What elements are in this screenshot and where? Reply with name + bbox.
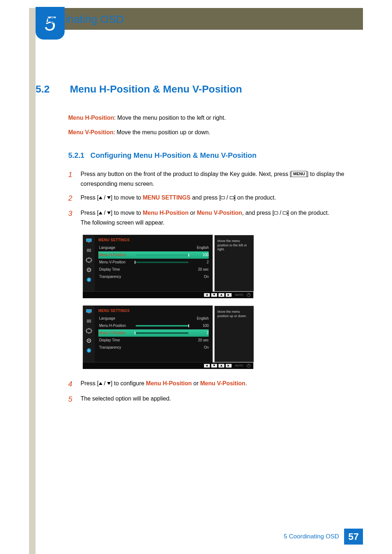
step-text: , and press [ (242, 210, 274, 216)
osd-tooltip: Move the menu position up or down. (215, 306, 254, 362)
osd-screenshot-2: i MENU SETTINGS LanguageEnglish Menu H-P… (83, 305, 363, 369)
step-text: Press [ (81, 194, 99, 201)
up-arrow-icon (219, 364, 224, 368)
step-text: The selected option will be applied. (81, 393, 363, 405)
step-number: 4 (68, 378, 81, 390)
osd-heading: MENU SETTINGS (98, 309, 209, 313)
osd-row-display-time: Display Time20 sec (98, 266, 209, 273)
svg-rect-10 (86, 309, 91, 312)
osd-row-v-position-selected: Menu V-Position2 (98, 329, 209, 337)
svg-rect-4 (87, 251, 91, 252)
step-5: 5 The selected option will be applied. (68, 393, 363, 405)
steps-list: 1 Press any button on the front of the p… (68, 168, 363, 227)
osd-tooltip: Move the menu position to the left or ri… (215, 235, 254, 291)
osd-footer-controls: AUTO (83, 292, 253, 298)
info-icon: i (86, 277, 92, 282)
osd-row-h-position: Menu H-Position100 (98, 322, 209, 329)
osd-label: Menu H-Position (99, 253, 134, 257)
left-arrow-icon (204, 364, 210, 368)
h-position-ref: Menu H-Position (143, 210, 188, 216)
osd-label: Display Time (99, 338, 134, 342)
subsection-title: Configuring Menu H-Position & Menu V-Pos… (90, 151, 257, 159)
step-number: 3 (68, 207, 81, 227)
osd-label: Language (99, 246, 134, 250)
step-text: Press any button on the front of the pro… (81, 171, 291, 177)
osd-row-v-position: Menu V-Position2 (98, 259, 209, 266)
osd-value: 100 (191, 253, 209, 257)
step-number: 1 (68, 168, 81, 189)
osd-footer-controls: AUTO (83, 362, 253, 369)
rect-button-icon (274, 212, 278, 214)
right-arrow-icon (226, 293, 232, 297)
svg-rect-13 (87, 321, 91, 321)
svg-rect-1 (88, 242, 90, 243)
auto-label: AUTO (233, 364, 245, 367)
svg-rect-0 (86, 239, 91, 242)
size-icon (86, 258, 92, 263)
menu-settings-label: MENU SETTINGS (143, 194, 191, 201)
osd-heading: MENU SETTINGS (98, 238, 209, 242)
info-icon: i (86, 348, 92, 353)
page-number: 57 (344, 529, 363, 545)
osd-label: Menu V-Position (99, 260, 134, 264)
svg-rect-5 (87, 258, 91, 262)
right-arrow-icon (226, 364, 232, 368)
step-text: Press [ (81, 210, 99, 216)
subsection-header: 5.2.1 Configuring Menu H-Position & Menu… (68, 151, 363, 160)
step-text: ] on the product. (287, 210, 329, 216)
list-icon (86, 248, 92, 253)
svg-point-7 (89, 269, 90, 270)
section-header: 5.2 Menu H-Position & Menu V-Position (36, 83, 363, 95)
osd-value: On (191, 275, 209, 279)
osd-slider (136, 262, 188, 263)
svg-text:i: i (89, 349, 90, 352)
step-text: ] to move to (111, 210, 143, 216)
step-text: ] to configure (111, 380, 146, 386)
page-footer: 5 Coordinating OSD 57 (36, 529, 363, 545)
svg-rect-2 (87, 249, 91, 250)
osd-side-icons: i (83, 306, 95, 362)
osd-value: 2 (191, 331, 209, 335)
step-1: 1 Press any button on the front of the p… (68, 168, 363, 189)
h-position-label: Menu H-Position (68, 115, 114, 121)
power-icon (247, 293, 250, 297)
osd-label: Menu V-Position (99, 331, 134, 335)
monitor-icon (86, 309, 92, 314)
svg-rect-14 (87, 322, 91, 323)
left-sidebar-strip (29, 8, 36, 554)
step-2: 2 Press [ / ] to move to MENU SETTINGS a… (68, 192, 363, 204)
section-number: 5.2 (36, 83, 68, 95)
osd-row-h-position-selected: Menu H-Position100 (98, 251, 209, 259)
step-text: ] to move to (111, 194, 143, 201)
left-arrow-icon (204, 293, 210, 297)
osd-label: Transparency (99, 275, 134, 279)
footer-chapter-label: 5 Coordinating OSD (284, 533, 339, 540)
osd-row-display-time: Display Time20 sec (98, 337, 209, 344)
svg-rect-3 (87, 250, 91, 251)
osd-label: Transparency (99, 345, 134, 349)
up-arrow-icon (219, 293, 224, 297)
gear-icon (86, 267, 92, 272)
osd-slider (136, 254, 188, 256)
osd-value: 20 sec (191, 338, 209, 342)
step-text: or (188, 210, 197, 216)
step-text: and press [ (191, 194, 221, 201)
step-subtext: The following screen will appear. (81, 218, 363, 227)
size-icon (86, 328, 92, 333)
osd-row-language: LanguageEnglish (98, 315, 209, 322)
down-arrow-icon (107, 196, 111, 199)
enter-button-icon (283, 212, 287, 214)
down-arrow-icon (107, 212, 111, 214)
step-number: 5 (68, 393, 81, 405)
down-arrow-icon (211, 364, 217, 368)
v-position-label: Menu V-Position (68, 129, 113, 135)
up-arrow-icon (99, 196, 102, 199)
up-arrow-icon (99, 382, 102, 385)
down-arrow-icon (211, 293, 217, 297)
osd-screenshot-1: i MENU SETTINGS LanguageEnglish Menu H-P… (83, 235, 363, 298)
h-position-ref: Menu H-Position (146, 380, 192, 386)
osd-value: 2 (191, 260, 209, 264)
step-text: or (192, 380, 200, 386)
v-position-ref: Menu V-Position (197, 210, 242, 216)
osd-value: 20 sec (191, 267, 209, 271)
